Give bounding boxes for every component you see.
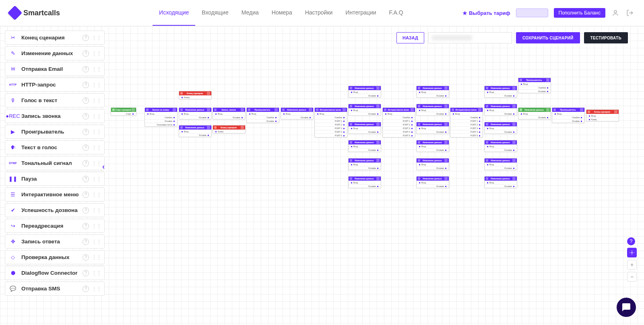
port-handle[interactable]	[487, 109, 489, 111]
port-handle[interactable]	[411, 120, 413, 122]
port-handle[interactable]	[445, 113, 447, 115]
flow-node[interactable]: Изменение данныхВходУсловие	[281, 107, 314, 119]
port-handle[interactable]	[351, 182, 353, 184]
port-handle[interactable]	[513, 167, 515, 169]
close-icon[interactable]	[444, 159, 448, 162]
port-handle[interactable]	[580, 120, 582, 122]
close-icon[interactable]	[512, 105, 516, 108]
port-handle[interactable]	[377, 95, 379, 97]
port-handle[interactable]	[479, 128, 481, 130]
help-icon[interactable]: ?	[83, 35, 89, 41]
drag-handle-icon[interactable]: ⋮⋮	[91, 286, 101, 292]
drag-handle-icon[interactable]: ⋮⋮	[91, 144, 101, 151]
port-handle[interactable]	[479, 124, 481, 126]
close-icon[interactable]	[478, 108, 481, 111]
flow-node[interactable]: Изменение данныхВходУсловие	[348, 140, 381, 152]
node-header[interactable]: Изменение данных	[485, 122, 517, 126]
port-handle[interactable]	[547, 117, 549, 119]
port-handle[interactable]	[411, 131, 413, 133]
port-handle[interactable]	[479, 135, 481, 137]
port-handle[interactable]	[241, 117, 243, 119]
drag-handle-icon[interactable]: ⋮⋮	[91, 176, 101, 182]
test-button[interactable]: ТЕСТИРОВАТЬ	[584, 32, 628, 43]
node-header[interactable]: Изменение данных	[417, 140, 449, 144]
port-handle[interactable]	[249, 113, 251, 115]
close-icon[interactable]	[309, 108, 312, 111]
user-icon[interactable]	[611, 8, 620, 17]
port-handle[interactable]	[377, 131, 379, 133]
flow-node[interactable]: Изменение данныхВходУсловие	[348, 158, 381, 170]
intercom-chat-button[interactable]	[617, 298, 636, 317]
node-header[interactable]: Изменение данных	[281, 108, 313, 112]
close-icon[interactable]	[376, 159, 380, 162]
close-icon[interactable]	[275, 108, 278, 111]
help-icon[interactable]: ?	[83, 160, 89, 167]
port-handle[interactable]	[445, 95, 447, 97]
port-handle[interactable]	[377, 185, 379, 187]
port-handle[interactable]	[343, 120, 345, 122]
port-handle[interactable]	[181, 113, 183, 115]
close-icon[interactable]	[512, 159, 516, 162]
nav-item-4[interactable]: Настройки	[299, 0, 339, 26]
port-handle[interactable]	[411, 117, 413, 119]
help-icon[interactable]: ?	[83, 270, 89, 276]
port-handle[interactable]	[419, 109, 421, 111]
port-handle[interactable]	[351, 109, 353, 111]
flow-node[interactable]: Изменение данныхВходУсловие	[484, 104, 517, 116]
close-icon[interactable]	[376, 86, 380, 90]
flow-node[interactable]: Интерактивное менюВходОшибкаPORT 1PORT 2…	[314, 107, 347, 138]
help-icon[interactable]: ?	[83, 66, 89, 72]
palette-item-4[interactable]: 🎙Голос в текст?⋮⋮	[5, 93, 105, 107]
port-handle[interactable]	[207, 134, 209, 136]
palette-item-16[interactable]: 💬Отправка SMS?⋮⋮	[5, 282, 105, 296]
node-header[interactable]: Изменение данных	[417, 177, 449, 181]
port-handle[interactable]	[479, 120, 481, 122]
node-header[interactable]: Изменение данных	[349, 158, 381, 162]
flow-node[interactable]: Изменение данныхВходУсловие	[348, 86, 381, 98]
node-header[interactable]: Изменение данных	[179, 108, 211, 112]
drag-handle-icon[interactable]: ⋮⋮	[91, 35, 101, 41]
node-header[interactable]: Старт сценария	[111, 108, 136, 112]
port-handle[interactable]	[479, 117, 481, 119]
close-icon[interactable]	[207, 126, 210, 129]
close-icon[interactable]	[376, 177, 380, 180]
port-handle[interactable]	[411, 135, 413, 137]
node-header[interactable]: Запись звонка	[213, 108, 245, 112]
help-icon[interactable]: ?	[83, 223, 89, 229]
port-handle[interactable]	[309, 117, 311, 119]
back-button[interactable]: НАЗАД	[396, 32, 424, 43]
help-icon[interactable]: ?	[83, 207, 89, 214]
port-handle[interactable]	[513, 149, 515, 151]
drag-handle-icon[interactable]: ⋮⋮	[91, 97, 101, 104]
drag-handle-icon[interactable]: ⋮⋮	[91, 66, 101, 72]
close-icon[interactable]	[614, 110, 617, 113]
port-handle[interactable]	[445, 149, 447, 151]
close-icon[interactable]	[207, 108, 210, 111]
port-handle[interactable]	[487, 146, 489, 148]
port-handle[interactable]	[419, 182, 421, 184]
flow-node[interactable]: Старт сценарияСтарт	[111, 107, 136, 116]
port-handle[interactable]	[181, 97, 183, 99]
node-header[interactable]: Изменение данных	[349, 86, 381, 90]
palette-item-0[interactable]: ✂Конец сценария?⋮⋮	[5, 31, 105, 45]
close-icon[interactable]	[376, 141, 380, 144]
logout-icon[interactable]	[625, 8, 634, 17]
port-handle[interactable]	[487, 182, 489, 184]
help-icon[interactable]: ?	[83, 50, 89, 57]
close-icon[interactable]	[444, 177, 448, 180]
flow-node[interactable]: Изменение данныхВходУсловие	[518, 107, 551, 119]
palette-item-3[interactable]: HTTPHTTP-запрос?⋮⋮	[5, 78, 105, 92]
close-icon[interactable]	[376, 123, 380, 126]
node-header[interactable]: Конец сценария	[213, 125, 245, 130]
close-icon[interactable]	[512, 86, 516, 90]
palette-item-9[interactable]: ❚❚Пауза?⋮⋮	[5, 172, 105, 186]
flow-node[interactable]: Изменение данныхВходУсловие	[179, 125, 212, 137]
port-handle[interactable]	[351, 146, 353, 148]
flow-node[interactable]: Изменение данныхВходУсловие	[484, 158, 517, 170]
save-button[interactable]: СОХРАНИТЬ СЦЕНАРИЙ	[516, 32, 580, 43]
port-handle[interactable]	[588, 119, 590, 121]
flow-node[interactable]: Изменение данныхВходУсловие	[348, 176, 381, 188]
port-handle[interactable]	[419, 128, 421, 130]
palette-item-1[interactable]: ✎Изменение данных?⋮⋮	[5, 46, 105, 60]
help-icon[interactable]: ?	[83, 97, 89, 104]
